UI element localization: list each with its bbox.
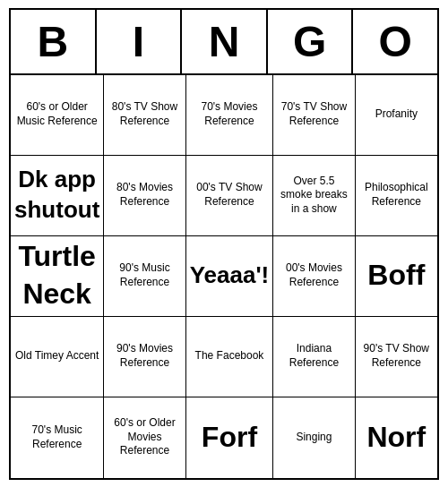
bingo-cell-17[interactable]: The Facebook [186, 317, 274, 397]
bingo-cell-22[interactable]: Forf [186, 397, 274, 478]
bingo-cell-13[interactable]: 00's Movies Reference [273, 236, 355, 317]
bingo-grid: 60's or Older Music Reference80's TV Sho… [11, 75, 437, 478]
bingo-cell-4[interactable]: Profanity [356, 75, 437, 156]
bingo-cell-3[interactable]: 70's TV Show Reference [273, 75, 355, 156]
header-g: G [268, 10, 354, 73]
bingo-cell-16[interactable]: 90's Movies Reference [104, 317, 185, 397]
bingo-cell-1[interactable]: 80's TV Show Reference [104, 75, 185, 156]
bingo-cell-5[interactable]: Dk app shutout [11, 156, 104, 236]
bingo-cell-8[interactable]: Over 5.5 smoke breaks in a show [273, 156, 355, 236]
header-n: N [182, 10, 268, 73]
bingo-cell-21[interactable]: 60's or Older Movies Reference [104, 397, 185, 478]
bingo-cell-6[interactable]: 80's Movies Reference [104, 156, 185, 236]
bingo-cell-24[interactable]: Norf [356, 397, 437, 478]
bingo-cell-15[interactable]: Old Timey Accent [11, 317, 104, 397]
bingo-cell-11[interactable]: 90's Music Reference [104, 236, 185, 317]
header-b: B [11, 10, 97, 73]
bingo-cell-19[interactable]: 90's TV Show Reference [356, 317, 437, 397]
bingo-cell-10[interactable]: Turtle Neck [11, 236, 104, 317]
bingo-cell-2[interactable]: 70's Movies Reference [186, 75, 274, 156]
bingo-cell-18[interactable]: Indiana Reference [273, 317, 355, 397]
bingo-cell-7[interactable]: 00's TV Show Reference [186, 156, 274, 236]
bingo-card: B I N G O 60's or Older Music Reference8… [9, 8, 439, 480]
header-i: I [97, 10, 183, 73]
bingo-cell-14[interactable]: Boff [356, 236, 437, 317]
bingo-header: B I N G O [11, 10, 437, 75]
header-o: O [353, 10, 437, 73]
bingo-cell-9[interactable]: Philosophical Reference [356, 156, 437, 236]
bingo-cell-20[interactable]: 70's Music Reference [11, 397, 104, 478]
bingo-cell-23[interactable]: Singing [273, 397, 355, 478]
bingo-cell-12[interactable]: Yeaaa'! [186, 236, 274, 317]
bingo-cell-0[interactable]: 60's or Older Music Reference [11, 75, 104, 156]
